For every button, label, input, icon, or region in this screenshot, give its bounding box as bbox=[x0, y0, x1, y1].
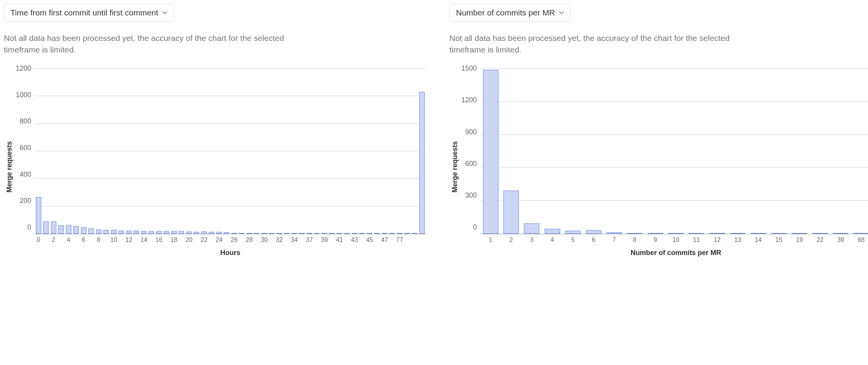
x-ticks: 0246810121416182022242628303234373941434… bbox=[34, 234, 426, 243]
bar-slot bbox=[50, 68, 57, 234]
bar-slot bbox=[253, 68, 260, 234]
bar-slot bbox=[163, 68, 170, 234]
bar-slot bbox=[748, 68, 768, 234]
x-tick bbox=[193, 237, 200, 243]
x-tick: 10 bbox=[666, 237, 686, 243]
bar-slot bbox=[155, 68, 162, 234]
bar bbox=[397, 233, 402, 234]
x-tick bbox=[299, 237, 306, 243]
bar-slot bbox=[666, 68, 686, 234]
x-tick bbox=[314, 237, 321, 243]
bar-slot bbox=[329, 68, 336, 234]
x-axis-label: Hours bbox=[34, 249, 426, 257]
warning-text-left: Not all data has been processed yet, the… bbox=[4, 32, 305, 56]
bar-slot bbox=[178, 68, 185, 234]
x-tick: 43 bbox=[351, 237, 358, 243]
bar-slot bbox=[584, 68, 603, 234]
bar bbox=[389, 233, 395, 234]
bar-slot bbox=[481, 68, 500, 234]
x-tick: 30 bbox=[261, 237, 268, 243]
bar bbox=[141, 231, 147, 234]
bar bbox=[524, 223, 539, 234]
bar-slot bbox=[501, 68, 521, 234]
bar bbox=[247, 233, 252, 234]
x-tick: 8 bbox=[625, 237, 645, 243]
x-tick bbox=[178, 237, 185, 243]
x-tick bbox=[359, 237, 366, 243]
x-tick: 28 bbox=[246, 237, 253, 243]
x-tick: 18 bbox=[171, 237, 177, 243]
x-tick: 77 bbox=[396, 237, 403, 243]
x-tick bbox=[404, 237, 411, 243]
bar-slot bbox=[419, 68, 426, 234]
bar bbox=[209, 232, 214, 234]
bar bbox=[179, 231, 184, 233]
bar-slot bbox=[687, 68, 706, 234]
x-tick: 4 bbox=[65, 237, 72, 243]
bar-slot bbox=[728, 68, 748, 234]
bar-slot bbox=[148, 68, 155, 234]
bar bbox=[751, 233, 766, 234]
bar-slot bbox=[645, 68, 665, 234]
x-tick: 32 bbox=[276, 237, 283, 243]
metric-dropdown-left[interactable]: Time from first commit until first comme… bbox=[4, 4, 174, 22]
bar bbox=[43, 221, 49, 233]
y-ticks: 150012009006003000 bbox=[461, 68, 480, 234]
bar bbox=[103, 230, 109, 234]
bar-slot bbox=[231, 68, 238, 234]
bar bbox=[730, 233, 745, 234]
bar bbox=[648, 233, 663, 234]
x-ticks: 12345678910111213141519223968 bbox=[480, 234, 868, 243]
bar-slot bbox=[542, 68, 562, 234]
bar bbox=[853, 233, 868, 234]
metric-dropdown-right[interactable]: Number of commits per MR bbox=[449, 4, 571, 22]
bar bbox=[382, 233, 387, 234]
bar-slot bbox=[73, 68, 80, 234]
bar-slot bbox=[284, 68, 290, 234]
bar-slot bbox=[790, 68, 809, 234]
bar bbox=[149, 231, 154, 234]
bar bbox=[262, 233, 267, 234]
bar bbox=[164, 231, 169, 233]
bar bbox=[133, 231, 139, 234]
bar bbox=[216, 232, 222, 234]
x-tick: 12 bbox=[125, 237, 132, 243]
x-tick: 1 bbox=[481, 237, 500, 243]
bar bbox=[565, 231, 581, 234]
bar bbox=[292, 233, 297, 234]
chevron-down-icon bbox=[559, 10, 564, 15]
bar bbox=[81, 227, 86, 234]
bar-slot bbox=[216, 68, 223, 234]
bar bbox=[374, 233, 380, 234]
bar-slot bbox=[374, 68, 381, 234]
bar-slot bbox=[269, 68, 275, 234]
y-tick: 1200 bbox=[15, 65, 31, 72]
x-tick: 8 bbox=[95, 237, 102, 243]
x-tick: 47 bbox=[381, 237, 388, 243]
x-tick bbox=[329, 237, 336, 243]
bar bbox=[284, 233, 289, 234]
x-tick: 0 bbox=[35, 237, 42, 243]
bar bbox=[118, 231, 124, 234]
x-tick bbox=[253, 237, 260, 243]
bar bbox=[709, 233, 725, 234]
x-tick bbox=[223, 237, 230, 243]
panel-left: Time from first commit until first comme… bbox=[4, 4, 426, 265]
x-tick bbox=[118, 237, 125, 243]
x-tick bbox=[163, 237, 170, 243]
bar-slot bbox=[851, 68, 868, 234]
y-axis-label: Merge requests bbox=[4, 84, 15, 250]
bar bbox=[404, 233, 410, 234]
bar-slot bbox=[404, 68, 411, 234]
x-tick: 2 bbox=[50, 237, 57, 243]
x-tick bbox=[374, 237, 381, 243]
x-tick bbox=[411, 237, 418, 243]
y-axis-label: Merge requests bbox=[449, 84, 461, 250]
bar bbox=[194, 232, 199, 234]
x-tick: 6 bbox=[80, 237, 87, 243]
bar-slot bbox=[366, 68, 373, 234]
x-tick: 3 bbox=[522, 237, 542, 243]
bar bbox=[337, 233, 342, 234]
bar bbox=[322, 233, 327, 234]
bar-slot bbox=[35, 68, 42, 234]
